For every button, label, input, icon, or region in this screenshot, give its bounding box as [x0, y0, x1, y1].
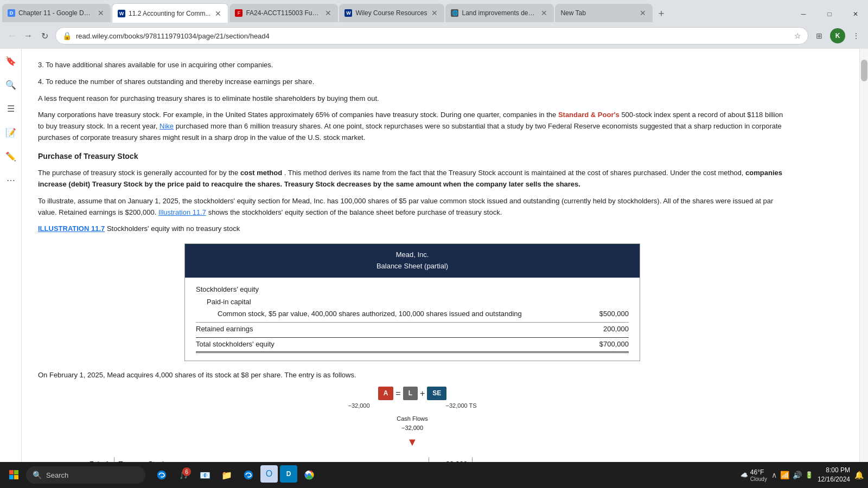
- sidebar-more-icon[interactable]: ⋯: [3, 172, 18, 188]
- extensions-button[interactable]: ⊞: [812, 28, 827, 43]
- forward-button[interactable]: →: [21, 28, 36, 43]
- bs-retained-value: 200,000: [603, 324, 629, 335]
- taskbar-search-label: Search: [46, 471, 68, 479]
- taskbar-app-browser2[interactable]: [239, 465, 258, 485]
- bs-total-label: Total stockholders' equity: [196, 339, 275, 350]
- sidebar-menu-icon[interactable]: ☰: [3, 101, 18, 116]
- als-l-label: L: [409, 389, 412, 397]
- tab1-label: Chapter 11 - Google Docs: [18, 9, 93, 17]
- als-se-box: SE: [427, 387, 446, 400]
- chrome-icon: [304, 470, 315, 480]
- tab-fa24[interactable]: F FA24-ACCT115003 Fund c... ✕: [229, 4, 338, 22]
- sidebar-notes-icon[interactable]: 📝: [3, 125, 18, 140]
- address-bar-row: ← → ↻ 🔒 read.wiley.com/books/97811197910…: [0, 23, 868, 49]
- weather-label: Cloudy: [750, 476, 767, 482]
- settings-button[interactable]: ⋮: [848, 28, 864, 43]
- paragraph-illustrate: To illustrate, assume that on January 1,…: [38, 196, 787, 219]
- battery-icon[interactable]: 🔋: [805, 471, 813, 479]
- tab4-close[interactable]: ✕: [430, 8, 439, 18]
- taskbar-app-dell[interactable]: D: [280, 465, 297, 483]
- als-boxes: A = L + SE: [378, 387, 447, 401]
- maximize-button[interactable]: □: [817, 5, 842, 23]
- lock-icon: 🔒: [62, 31, 72, 40]
- illustration-label-text[interactable]: ILLUSTRATION 11.7: [38, 224, 105, 233]
- journal-debit-treasury: 32,000: [429, 457, 472, 462]
- illustration-11-7-link[interactable]: Illustration 11.7: [158, 208, 206, 216]
- tab-wiley-course[interactable]: W Wiley Course Resources ✕: [339, 4, 444, 22]
- bookmark-icon[interactable]: ☆: [794, 31, 801, 40]
- taskbar-app-explorer[interactable]: 📁: [217, 465, 237, 485]
- taskbar-search[interactable]: 🔍 Search: [26, 466, 145, 484]
- time-display: 8:00 PM: [818, 466, 850, 475]
- taskbar-app-outlook[interactable]: O: [260, 465, 278, 483]
- tab3-favicon: F: [235, 9, 242, 17]
- taskbar-app-chrome[interactable]: [299, 465, 319, 485]
- tab-land[interactable]: 🌐 Land improvements depre... ✕: [445, 4, 554, 22]
- windows-icon: [9, 470, 19, 480]
- sidebar-search-icon[interactable]: 🔍: [3, 77, 18, 92]
- chevron-icon[interactable]: ∧: [771, 471, 777, 479]
- sp-link[interactable]: Standard & Poor's: [558, 111, 620, 119]
- journal-table: Feb. 1 Treasury Stock 32,000 Cash 32,000: [81, 457, 515, 462]
- scrollbar-thumb[interactable]: [861, 60, 867, 81]
- weather-temp: 46°F: [750, 468, 767, 476]
- taskbar-app-mail[interactable]: 📧: [195, 465, 215, 485]
- als-l-box: L: [403, 387, 418, 400]
- tab1-close[interactable]: ✕: [97, 8, 105, 18]
- notification-count: 6: [185, 469, 188, 475]
- tab2-favicon: W: [118, 10, 125, 17]
- edge-icon-2: [243, 470, 254, 480]
- window-controls: ─ □ ✕: [791, 5, 868, 23]
- bullet-4: 4. To reduce the number of shares outsta…: [38, 76, 787, 88]
- reload-button[interactable]: ↻: [37, 28, 52, 43]
- para2-start: Many corporations have treasury stock. F…: [38, 111, 558, 119]
- notification-badge: 6: [182, 467, 191, 476]
- tab2-label: 11.2 Accounting for Comm...: [129, 10, 210, 17]
- tab-newtab[interactable]: New Tab ✕: [555, 4, 653, 22]
- sidebar: 🔖 🔍 ☰ 📝 ✏️ ⋯: [0, 49, 22, 462]
- als-a-box: A: [378, 387, 394, 400]
- address-bar[interactable]: 🔒 read.wiley.com/books/9781119791034/pag…: [55, 27, 808, 44]
- profile-button[interactable]: K: [830, 28, 845, 43]
- start-button[interactable]: [4, 465, 24, 485]
- paragraph-less-frequent: A less frequent reason for purchasing tr…: [38, 93, 787, 105]
- tab4-favicon: W: [344, 9, 352, 17]
- date-display: 12/16/2024: [818, 475, 850, 484]
- svg-rect-2: [9, 475, 14, 479]
- tab-accounting-comm[interactable]: W 11.2 Accounting for Comm... ✕: [112, 3, 228, 23]
- bs-header: Mead, Inc. Balance Sheet (partial): [185, 244, 640, 278]
- tab3-close[interactable]: ✕: [324, 8, 333, 18]
- para4-end: shows the stockholders' equity section o…: [208, 208, 502, 216]
- paragraph-feb1: On February 1, 2025, Mead acquires 4,000…: [38, 370, 787, 381]
- tab1-favicon: D: [8, 9, 15, 17]
- minimize-button[interactable]: ─: [791, 5, 816, 23]
- tab2-close[interactable]: ✕: [214, 8, 222, 19]
- sidebar-bookmark-icon[interactable]: 🔖: [3, 53, 18, 68]
- volume-icon[interactable]: 🔊: [793, 471, 802, 479]
- tab-chapter-google-docs[interactable]: D Chapter 11 - Google Docs ✕: [2, 4, 111, 22]
- section-heading-purchase: Purchase of Treasury Stock: [38, 150, 787, 162]
- network-icon[interactable]: 📶: [780, 471, 789, 479]
- nike-link[interactable]: Nike: [159, 122, 174, 130]
- journal-row-1: Feb. 1 Treasury Stock 32,000: [81, 457, 515, 462]
- svg-rect-0: [9, 470, 14, 474]
- journal-account-treasury: Treasury Stock: [114, 457, 429, 462]
- balance-sheet-table: Mead, Inc. Balance Sheet (partial) Stock…: [184, 243, 640, 361]
- taskbar-time[interactable]: 8:00 PM 12/16/2024: [818, 466, 850, 484]
- als-a-label: A: [384, 389, 388, 397]
- back-button[interactable]: ←: [4, 28, 20, 43]
- tab6-close[interactable]: ✕: [639, 8, 647, 18]
- als-plus: +: [420, 387, 425, 401]
- bs-common-stock-value: $500,000: [599, 309, 629, 320]
- bullet-3: 3. To have additional shares available f…: [38, 60, 787, 71]
- system-tray: ∧ 📶 🔊 🔋: [771, 471, 813, 479]
- bs-company: Mead, Inc.: [190, 249, 634, 261]
- taskbar-app-edge[interactable]: [152, 465, 171, 485]
- scrollbar[interactable]: [859, 49, 868, 462]
- notification-center-icon[interactable]: 🔔: [854, 471, 864, 479]
- sidebar-highlight-icon[interactable]: ✏️: [3, 149, 18, 164]
- als-equals: =: [395, 387, 400, 401]
- close-button[interactable]: ✕: [843, 5, 868, 23]
- tab5-close[interactable]: ✕: [540, 8, 548, 18]
- new-tab-button[interactable]: ＋: [654, 5, 669, 21]
